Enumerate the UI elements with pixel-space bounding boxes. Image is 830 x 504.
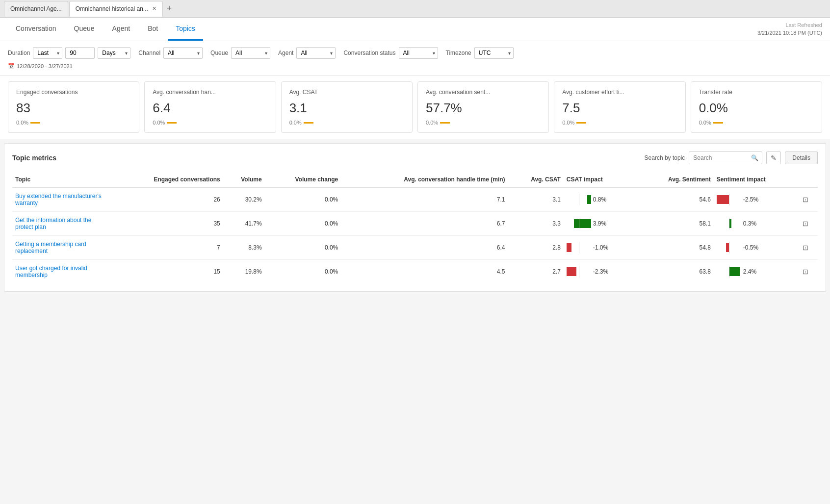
- details-button[interactable]: Details: [785, 151, 818, 164]
- kpi-change-5: 0.0%: [699, 120, 711, 126]
- row-action-cell: ⊡: [800, 212, 818, 236]
- conversation-status-label: Conversation status: [343, 50, 395, 56]
- kpi-value-3: 57.7%: [426, 101, 541, 116]
- topic-name-cell[interactable]: Buy extended the manufacturer's warranty: [12, 187, 110, 212]
- row-action-cell: ⊡: [800, 260, 818, 284]
- conversation-status-filter-group: Conversation status All: [343, 47, 438, 59]
- conv-status-select-wrapper: All: [399, 47, 438, 59]
- close-tab-icon[interactable]: ✕: [152, 5, 156, 12]
- kpi-title-5: Transfer rate: [699, 89, 814, 96]
- volume-cell: 41.7%: [223, 212, 265, 236]
- nav-tab-queue[interactable]: Queue: [66, 18, 103, 41]
- kpi-footer-0: 0.0%: [16, 120, 131, 126]
- topic-metrics-title: Topic metrics: [12, 154, 56, 162]
- avg-sentiment-cell: 63.8: [638, 260, 714, 284]
- sentiment-impact-value: -2.5%: [743, 196, 758, 203]
- kpi-value-0: 83: [16, 101, 131, 116]
- topic-name-cell[interactable]: Getting a membership card replacement: [12, 236, 110, 260]
- kpi-title-0: Engaged conversations: [16, 89, 131, 96]
- sentiment-impact-value: 2.4%: [743, 268, 756, 275]
- kpi-section: Engaged conversations 83 0.0% Avg. conve…: [0, 76, 830, 139]
- avg-csat-cell: 2.8: [508, 236, 564, 260]
- duration-select[interactable]: Last First: [33, 47, 62, 59]
- channel-select[interactable]: All: [163, 47, 203, 59]
- topic-name-cell[interactable]: User got charged for invalid membership: [12, 260, 110, 284]
- nav-tabs: Conversation Queue Agent Bot Topics: [8, 18, 205, 41]
- table-header: Topic Engaged conversations Volume Volum…: [12, 172, 818, 187]
- search-by-topic-label: Search by topic: [645, 154, 685, 161]
- csat-impact-value: -2.3%: [593, 268, 608, 275]
- main-scroll-area: Conversation Queue Agent Bot Topics Last…: [0, 18, 830, 504]
- sentiment-impact-cell: -0.5%: [714, 236, 800, 260]
- avg-sentiment-cell: 58.1: [638, 212, 714, 236]
- browser-tab-2[interactable]: Omnichannel historical an... ✕: [69, 1, 163, 17]
- kpi-value-5: 0.0%: [699, 101, 814, 116]
- avg-csat-cell: 2.7: [508, 260, 564, 284]
- kpi-change-4: 0.0%: [562, 120, 574, 126]
- search-input[interactable]: [689, 151, 762, 164]
- date-range: 📅 12/28/2020 - 3/27/2021: [8, 63, 822, 69]
- search-wrapper: 🔍: [689, 151, 762, 164]
- table-row: Get the information about the protect pl…: [12, 212, 818, 236]
- last-refreshed-value: 3/21/2021 10:18 PM (UTC): [757, 29, 822, 37]
- kpi-change-1: 0.0%: [153, 120, 165, 126]
- row-copy-icon[interactable]: ⊡: [803, 244, 808, 252]
- row-copy-icon[interactable]: ⊡: [803, 220, 808, 227]
- col-header-volume: Volume: [223, 172, 265, 187]
- nav-tab-bot[interactable]: Bot: [140, 18, 166, 41]
- kpi-bar-5: [713, 122, 723, 124]
- edit-icon-button[interactable]: ✎: [766, 151, 781, 164]
- timezone-select-wrapper: UTC: [474, 47, 514, 59]
- col-header-topic: Topic: [12, 172, 110, 187]
- sentiment-impact-cell: -2.5%: [714, 187, 800, 212]
- avg-sentiment-cell: 54.6: [638, 187, 714, 212]
- nav-tab-topics[interactable]: Topics: [168, 18, 203, 41]
- col-header-avg-csat: Avg. CSAT: [508, 172, 564, 187]
- kpi-footer-3: 0.0%: [426, 120, 541, 126]
- kpi-footer-5: 0.0%: [699, 120, 814, 126]
- volume-cell: 19.8%: [223, 260, 265, 284]
- row-copy-icon[interactable]: ⊡: [803, 196, 808, 203]
- duration-select-wrapper: Last First: [33, 47, 62, 59]
- topic-name-cell[interactable]: Get the information about the protect pl…: [12, 212, 110, 236]
- agent-filter-group: Agent All: [278, 47, 336, 59]
- kpi-card-5: Transfer rate 0.0% 0.0%: [691, 81, 822, 133]
- row-copy-icon[interactable]: ⊡: [803, 268, 808, 276]
- table-body: Buy extended the manufacturer's warranty…: [12, 187, 818, 283]
- agent-select[interactable]: All: [296, 47, 336, 59]
- handle-time-cell: 4.5: [341, 260, 508, 284]
- volume-change-cell: 0.0%: [265, 236, 341, 260]
- timezone-filter-group: Timezone UTC: [446, 47, 514, 59]
- csat-impact-cell: -2.3%: [564, 260, 638, 284]
- kpi-bar-0: [30, 122, 40, 124]
- kpi-value-2: 3.1: [289, 101, 404, 116]
- timezone-select[interactable]: UTC: [474, 47, 514, 59]
- engaged-cell: 15: [110, 260, 223, 284]
- duration-label: Duration: [8, 50, 30, 56]
- channel-select-wrapper: All: [163, 47, 203, 59]
- conversation-status-select[interactable]: All: [399, 47, 438, 59]
- nav-tab-agent[interactable]: Agent: [104, 18, 138, 41]
- csat-impact-cell: -1.0%: [564, 236, 638, 260]
- queue-select[interactable]: All: [231, 47, 270, 59]
- col-header-csat-impact: CSAT impact: [564, 172, 638, 187]
- handle-time-cell: 7.1: [341, 187, 508, 212]
- nav-tab-conversation[interactable]: Conversation: [8, 18, 64, 41]
- queue-label: Queue: [210, 50, 228, 56]
- kpi-bar-2: [304, 122, 313, 124]
- new-tab-button[interactable]: +: [164, 3, 175, 14]
- filters-section: Duration Last First Days Hours Channel: [0, 41, 830, 76]
- duration-number-input[interactable]: [65, 47, 95, 59]
- col-header-actions: [800, 172, 818, 187]
- browser-tab-1[interactable]: Omnichannel Age...: [4, 1, 68, 17]
- col-header-volume-change: Volume change: [265, 172, 341, 187]
- row-action-cell: ⊡: [800, 236, 818, 260]
- avg-csat-cell: 3.3: [508, 212, 564, 236]
- kpi-bar-4: [576, 122, 586, 124]
- kpi-change-3: 0.0%: [426, 120, 438, 126]
- duration-unit-select[interactable]: Days Hours: [98, 47, 130, 59]
- sentiment-impact-cell: 2.4%: [714, 260, 800, 284]
- volume-cell: 8.3%: [223, 236, 265, 260]
- row-action-cell: ⊡: [800, 187, 818, 212]
- kpi-title-4: Avg. customer effort ti...: [562, 89, 677, 96]
